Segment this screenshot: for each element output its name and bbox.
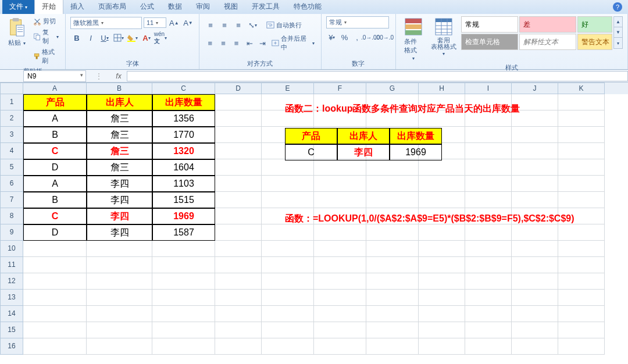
conditional-format-button[interactable]: 条件格式▾ — [401, 16, 426, 62]
style-gallery-nav[interactable]: ▲▼▾ — [613, 16, 623, 49]
col-header[interactable]: C — [152, 83, 215, 94]
svg-rect-8 — [36, 56, 38, 59]
row-header[interactable]: 1 — [0, 94, 23, 110]
row-header[interactable]: 13 — [0, 290, 23, 306]
border-button[interactable]: ▾ — [112, 31, 125, 44]
decrease-decimal-icon[interactable]: .00→.0 — [378, 31, 391, 44]
style-gallery: 常规 差 检查单元格 解释性文本 — [461, 16, 576, 50]
row-header[interactable]: 7 — [0, 192, 23, 208]
font-size-select[interactable]: 11 — [144, 17, 166, 28]
decrease-font-icon[interactable]: A▼ — [182, 16, 194, 29]
col-header[interactable]: B — [87, 83, 152, 94]
empty-cell[interactable] — [558, 94, 605, 110]
number-format-select[interactable]: 常规 — [326, 16, 389, 28]
align-left-icon[interactable]: ≡ — [204, 37, 216, 49]
tab-file[interactable]: 文件 ▾ — [2, 0, 34, 14]
tab-formulas[interactable]: 公式 — [133, 0, 161, 14]
col-header[interactable]: E — [262, 83, 314, 94]
tab-insert[interactable]: 插入 — [63, 0, 91, 14]
formula-input[interactable] — [127, 71, 628, 81]
row-header[interactable]: 4 — [0, 143, 23, 159]
table-format-button[interactable]: 套用 表格格式▾ — [427, 16, 460, 58]
merge-center-button[interactable]: 合并后居中▾ — [270, 34, 316, 52]
percent-icon[interactable]: % — [339, 31, 351, 44]
row-header[interactable]: 6 — [0, 176, 23, 192]
align-top-icon[interactable]: ≡ — [204, 19, 217, 31]
align-middle-icon[interactable]: ≡ — [218, 19, 231, 31]
col-header[interactable]: I — [465, 83, 512, 94]
row-header[interactable]: 2 — [0, 110, 23, 127]
mini-cell[interactable]: 李四 — [337, 144, 390, 160]
row-header[interactable]: 3 — [0, 127, 23, 143]
phonetic-button[interactable]: wén文▾ — [154, 31, 167, 44]
underline-button[interactable]: U▾ — [98, 31, 111, 44]
row-header[interactable]: 11 — [0, 257, 23, 273]
col-header[interactable]: J — [512, 83, 558, 94]
tab-data[interactable]: 数据 — [161, 0, 189, 14]
row-header[interactable]: 14 — [0, 306, 23, 322]
paste-button[interactable]: 粘贴 ▾ — [5, 16, 29, 48]
mini-cell[interactable]: 1969 — [390, 144, 442, 160]
align-center-icon[interactable]: ≡ — [217, 37, 230, 49]
formula-bar: N9 ⋮ fx — [0, 70, 628, 83]
style-bad[interactable]: 差 — [519, 16, 576, 33]
increase-indent-icon[interactable]: ⇥ — [257, 37, 269, 49]
increase-font-icon[interactable]: A▲ — [168, 16, 180, 29]
table-header[interactable]: 出库数量 — [152, 94, 215, 110]
row-header[interactable]: 12 — [0, 273, 23, 290]
font-color-button[interactable]: A▾ — [140, 31, 153, 44]
fx-icon[interactable]: fx — [110, 72, 127, 80]
tab-page-layout[interactable]: 页面布局 — [91, 0, 133, 14]
mini-cell[interactable]: C — [285, 144, 337, 160]
table-row: B李四1515 — [23, 192, 605, 208]
style-good[interactable]: 好 — [577, 16, 612, 33]
decrease-indent-icon[interactable]: ⇤ — [244, 37, 256, 49]
col-header[interactable]: A — [23, 83, 87, 94]
copy-button[interactable]: 复制 ▾ — [31, 27, 60, 46]
col-header[interactable]: G — [366, 83, 419, 94]
name-box[interactable]: N9 — [23, 70, 86, 82]
row-header[interactable]: 8 — [0, 208, 23, 224]
row-header[interactable]: 16 — [0, 338, 23, 355]
tab-special[interactable]: 特色功能 — [287, 0, 329, 14]
align-right-icon[interactable]: ≡ — [230, 37, 242, 49]
format-painter-button[interactable]: 格式刷 — [31, 47, 60, 66]
style-check[interactable]: 检查单元格 — [461, 34, 518, 50]
select-all-corner[interactable] — [0, 83, 23, 94]
italic-button[interactable]: I — [84, 31, 97, 44]
align-bottom-icon[interactable]: ≡ — [232, 19, 245, 31]
fill-color-button[interactable]: ▾ — [126, 31, 139, 44]
currency-icon[interactable]: ¥▾ — [326, 31, 338, 44]
table-header[interactable]: 出库人 — [87, 94, 152, 110]
row-header[interactable]: 15 — [0, 322, 23, 338]
col-header[interactable]: K — [558, 83, 605, 94]
tab-developer[interactable]: 开发工具 — [245, 0, 287, 14]
mini-header[interactable]: 出库人 — [337, 128, 390, 144]
mini-header[interactable]: 产品 — [285, 128, 337, 144]
row-header[interactable]: 10 — [0, 241, 23, 257]
row-header[interactable]: 5 — [0, 159, 23, 176]
bold-button[interactable]: B — [70, 31, 83, 44]
mini-header[interactable]: 出库数量 — [390, 128, 442, 144]
svg-rect-16 — [405, 30, 422, 35]
cut-button[interactable]: 剪切 — [31, 16, 60, 26]
empty-cell[interactable] — [215, 94, 262, 110]
tab-review[interactable]: 审阅 — [189, 0, 217, 14]
note-formula: 函数：=LOOKUP(1,0/($A$2:$A$9=E5)*($B$2:$B$9… — [285, 213, 575, 225]
row-header[interactable]: 9 — [0, 224, 23, 241]
style-explain[interactable]: 解释性文本 — [519, 34, 576, 50]
help-icon[interactable]: ? — [613, 2, 622, 12]
tab-view[interactable]: 视图 — [217, 0, 245, 14]
tab-home[interactable]: 开始 — [34, 0, 63, 14]
table-header[interactable]: 产品 — [23, 94, 87, 110]
svg-rect-14 — [405, 19, 422, 23]
orientation-icon[interactable]: ⤡▾ — [246, 19, 259, 31]
col-header[interactable]: F — [314, 83, 366, 94]
wrap-text-button[interactable]: 自动换行 — [265, 20, 304, 30]
style-warn[interactable]: 警告文本 — [577, 34, 612, 50]
col-header[interactable]: D — [215, 83, 262, 94]
font-family-select[interactable]: 微软雅黑 — [70, 17, 142, 29]
col-header[interactable]: H — [419, 83, 465, 94]
style-normal[interactable]: 常规 — [461, 16, 518, 33]
table-row: D李四1587 — [23, 224, 605, 241]
